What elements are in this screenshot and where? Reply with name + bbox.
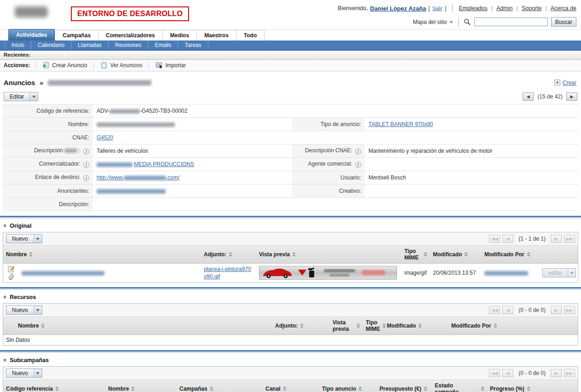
column-header-codigo-referencia[interactable]: Código referencia bbox=[3, 380, 105, 392]
subnav-item-tareas[interactable]: Tareas bbox=[178, 40, 208, 50]
pagination-text: (1 - 1 de 1) bbox=[518, 236, 546, 242]
cell-nombre bbox=[19, 264, 201, 282]
column-header-tipo-mime[interactable]: Tipo MIME bbox=[363, 317, 384, 335]
create-record-link[interactable]: Crear bbox=[563, 80, 576, 86]
previous-page-button: ◀ bbox=[502, 369, 513, 377]
column-header-presupuesto[interactable]: Presupuesto (€) bbox=[377, 380, 432, 392]
redacted-text bbox=[109, 109, 140, 114]
tab-comercializadores[interactable]: Comercializadores bbox=[98, 30, 162, 40]
original-new-button[interactable]: Nuevo bbox=[6, 234, 42, 243]
column-header-modificado-por[interactable]: Modificado Por bbox=[449, 317, 541, 335]
redacted-text bbox=[22, 271, 104, 276]
search-button[interactable]: Buscar bbox=[551, 17, 576, 27]
sort-icon bbox=[55, 386, 59, 391]
subnav-item-reuniones[interactable]: Reuniones bbox=[108, 40, 148, 50]
nav-link-soporte[interactable]: Soporte bbox=[522, 5, 542, 12]
collapse-icon[interactable]: « bbox=[2, 295, 9, 299]
edit-note-icon[interactable] bbox=[8, 265, 15, 272]
subnav-item-calendario[interactable]: Calendario bbox=[31, 40, 71, 50]
recursos-new-button[interactable]: Nuevo bbox=[6, 306, 42, 315]
tab-medios[interactable]: Medios bbox=[162, 30, 196, 40]
column-header-vista-previa[interactable]: Vista previa bbox=[256, 246, 402, 264]
chevron-down-icon bbox=[36, 238, 40, 240]
column-header-adjunto[interactable]: Adjunto: bbox=[201, 246, 256, 264]
column-header-vista-previa[interactable]: Vista previa bbox=[330, 317, 363, 335]
recents-bar: Recientes: bbox=[0, 51, 581, 60]
new-dropdown-toggle[interactable] bbox=[34, 306, 42, 314]
tab-maestros[interactable]: Maestros bbox=[196, 30, 236, 40]
field-value-usuario: Meritxell Bosch bbox=[365, 171, 578, 184]
sort-icon bbox=[229, 252, 232, 257]
subnav-item-llamadas[interactable]: Llamadas bbox=[71, 40, 108, 50]
welcome-text: Bienvenido, bbox=[338, 5, 368, 12]
field-label-usuario: Usuario: bbox=[292, 171, 365, 184]
cell-actions: editar bbox=[540, 264, 578, 282]
nav-link-admin[interactable]: Admin bbox=[496, 5, 512, 12]
tab-campanas[interactable]: Campañas bbox=[55, 30, 98, 40]
column-header-tipo-mime[interactable]: Tipo MIME bbox=[402, 246, 430, 264]
column-header-estado-campana[interactable]: Estado campaña bbox=[432, 380, 487, 392]
detail-row: Descripción: bbox=[3, 198, 578, 211]
attachment-link[interactable]: planxa-i-pintura970x90.gif bbox=[204, 265, 252, 280]
sitemap-menu[interactable]: Mapa del sitio bbox=[413, 19, 453, 25]
edit-button[interactable]: Editar bbox=[4, 92, 38, 101]
record-pager: ◀ (15 de 42) ▶ bbox=[523, 92, 577, 101]
column-header-modificado[interactable]: Modificado bbox=[384, 317, 449, 335]
subcampanas-new-button[interactable]: Nuevo bbox=[6, 369, 42, 378]
create-ad-button[interactable]: Crear Anuncio bbox=[39, 61, 91, 69]
column-header-canal[interactable]: Canal bbox=[263, 380, 319, 392]
sort-icon bbox=[481, 386, 484, 391]
column-header-nombre[interactable]: Nombre bbox=[105, 380, 177, 392]
field-value-comercializador: MEDIA PRODUCCIONS bbox=[93, 158, 292, 171]
banner-preview-image[interactable] bbox=[259, 266, 397, 280]
edit-dropdown-toggle[interactable] bbox=[29, 92, 38, 101]
tab-actividades[interactable]: Actividades bbox=[8, 29, 55, 40]
redacted-text bbox=[97, 162, 132, 167]
column-header-campanas[interactable]: Campañas bbox=[177, 380, 263, 392]
column-header-modificado[interactable]: Modificado bbox=[430, 246, 482, 264]
nav-link-empleados[interactable]: Empleados bbox=[459, 5, 488, 12]
sort-icon bbox=[357, 323, 360, 328]
sort-icon bbox=[29, 252, 33, 257]
subcampanas-section-header: « Subcampañas bbox=[0, 353, 581, 366]
column-header-progreso[interactable]: Progreso (%) bbox=[487, 380, 578, 392]
next-record-button[interactable]: ▶ bbox=[566, 92, 577, 101]
new-dropdown-toggle[interactable] bbox=[34, 235, 42, 243]
logout-link[interactable]: Salir bbox=[432, 6, 443, 11]
redacted-text bbox=[124, 176, 166, 180]
tab-todo[interactable]: Todo bbox=[236, 30, 265, 40]
app-root: ENTORNO DE DESARROLLO Bienvenido, Daniel… bbox=[0, 0, 581, 392]
collapse-icon[interactable]: « bbox=[2, 224, 9, 227]
field-value-creativo bbox=[365, 184, 578, 198]
subnav-item-inicio[interactable]: Inicio bbox=[5, 40, 31, 50]
sort-icon bbox=[292, 252, 296, 257]
import-button[interactable]: Importar bbox=[152, 61, 190, 69]
comercializador-link[interactable]: MEDIA PRODUCCIONS bbox=[134, 161, 194, 167]
paperclip-icon[interactable] bbox=[8, 273, 14, 280]
column-header-tipo-anuncio[interactable]: Tipo anuncio bbox=[319, 380, 377, 392]
previous-record-button[interactable]: ◀ bbox=[523, 92, 534, 101]
enlace-destino-link[interactable]: http://www..com/ bbox=[97, 174, 179, 181]
company-logo bbox=[15, 6, 48, 17]
column-header-modificado-por[interactable]: Modificado Por bbox=[482, 246, 540, 264]
nav-link-acerca-de[interactable]: Acerca de bbox=[551, 5, 576, 12]
cnae-link[interactable]: G4520 bbox=[97, 134, 113, 141]
recursos-pager: ◀◀ ◀ (0 - 0 de 0) ▶ ▶▶ bbox=[489, 306, 575, 314]
user-profile-link[interactable]: Daniel López Azaña bbox=[370, 5, 426, 12]
first-page-button: ◀◀ bbox=[489, 235, 500, 243]
column-header-adjunto[interactable]: Adjunto: bbox=[272, 317, 330, 335]
column-header-nombre[interactable]: Nombre bbox=[3, 317, 272, 335]
actions-label: Acciones: bbox=[4, 62, 30, 69]
column-header-nombre[interactable]: Nombre bbox=[3, 246, 201, 264]
original-panel: Nuevo ◀◀ ◀ (1 - 1 de 1) ▶ ▶▶ Nombre Adju… bbox=[3, 232, 578, 282]
collapse-icon[interactable]: « bbox=[2, 358, 9, 362]
tipo-anuncio-link[interactable]: TABLET BANNER 970x90 bbox=[368, 121, 433, 127]
cell-modificado-por bbox=[482, 264, 540, 282]
pagination-text: (0 - 0 de 0) bbox=[518, 370, 546, 376]
view-ads-button[interactable]: Ver Anuncios bbox=[97, 61, 146, 69]
original-section-header: « Original bbox=[0, 219, 581, 232]
new-dropdown-toggle[interactable] bbox=[34, 369, 42, 377]
view-document-icon bbox=[100, 62, 108, 69]
search-input[interactable] bbox=[474, 17, 548, 26]
subnav-item-emails[interactable]: Emails bbox=[148, 40, 178, 50]
